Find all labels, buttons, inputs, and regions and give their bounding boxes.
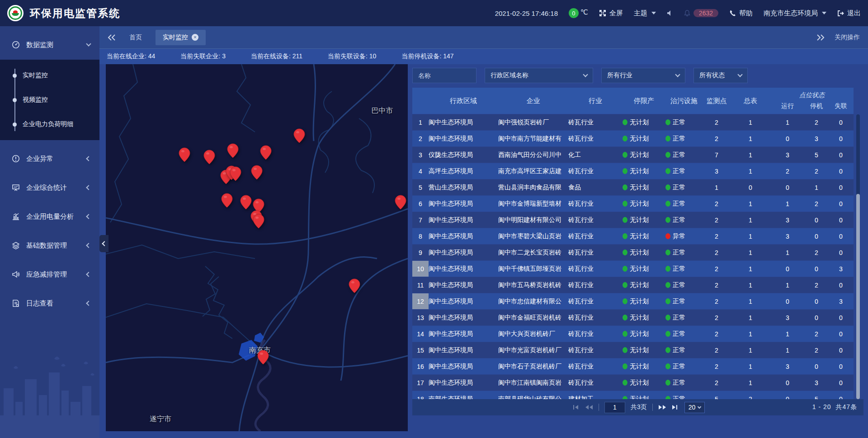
row-run-count: 0: [770, 379, 805, 386]
prev-page-icon[interactable]: [585, 405, 593, 410]
row-stop-count: 0: [805, 265, 828, 273]
row-monitor-count: 3: [703, 168, 731, 175]
row-industry: 砖瓦行业: [568, 167, 623, 175]
table-row[interactable]: 17 阆中生态环境局 阆中市江南镇阆南页岩 砖瓦行业 无计划 正常 2 1 0 …: [412, 375, 854, 391]
mute-speaker-icon[interactable]: [667, 10, 673, 16]
page-size-select[interactable]: 20: [684, 402, 705, 413]
table-row[interactable]: 13 阆中生态环境局 阆中市金福旺页岩机砖 砖瓦行业 无计划 正常 2 1 3 …: [412, 310, 854, 325]
map-marker-pin[interactable]: [203, 150, 215, 165]
name-filter-input[interactable]: [412, 68, 476, 83]
table-row[interactable]: 3 仪陇生态环境局 西南油气田分公司川中 化工 无计划 正常 7 1 3 5 0: [412, 147, 854, 163]
row-region: 阆中生态环境局: [429, 216, 498, 224]
sidebar-item-7[interactable]: 日志查看: [0, 293, 99, 314]
row-meter-count: 1: [731, 119, 770, 126]
table-row[interactable]: 5 营山生态环境局 营山县润丰肉食品有限 食品 无计划 正常 1 0 0 1 0: [412, 179, 854, 195]
sidebar-item-3[interactable]: 企业综合统计: [0, 177, 99, 198]
table-row[interactable]: 2 阆中生态环境局 阆中市南方节能建材有 砖瓦行业 无计划 正常 2 1 0 3…: [412, 131, 854, 146]
sidebar-item-2[interactable]: 企业异常: [0, 148, 99, 169]
row-limit-status: 无计划: [623, 363, 665, 371]
tab-home-label: 首页: [129, 33, 142, 42]
map-marker-pin[interactable]: [260, 145, 272, 160]
row-limit-status: 无计划: [623, 330, 665, 338]
status-filter-select[interactable]: 所有状态: [693, 68, 748, 83]
sidebar-item-4[interactable]: 企业用电量分析: [0, 206, 99, 227]
table-row[interactable]: 18 南部生态环境局 南部县砚华山砖有限公 建材加工 无计划 正常 5 2 0 …: [412, 391, 854, 399]
map-marker-pin[interactable]: [395, 195, 406, 210]
theme-dropdown[interactable]: 主题: [634, 9, 656, 18]
help-button[interactable]: 帮助: [729, 9, 753, 18]
row-monitor-count: 1: [703, 184, 731, 191]
row-number: 1: [412, 114, 429, 130]
tab-home[interactable]: 首页: [122, 30, 149, 45]
table-row[interactable]: 12 阆中生态环境局 阆中市忠信建材有限公 砖瓦行业 无计划 正常 2 1 0 …: [412, 293, 854, 309]
filter-bar: 行政区域名称 所有行业 所有状态: [412, 68, 748, 83]
map-marker-pin[interactable]: [349, 278, 360, 293]
table-row[interactable]: 8 阆中生态环境局 阆中市枣碧大梁山页岩 砖瓦行业 无计划 异常 2 1 3 0…: [412, 228, 854, 244]
close-tab-icon[interactable]: ×: [192, 34, 198, 41]
table-row[interactable]: 15 阆中生态环境局 阆中市光富页岩机砖厂 砖瓦行业 无计划 正常 2 1 1 …: [412, 342, 854, 358]
status-dot-icon: [665, 152, 670, 158]
map-marker-pin[interactable]: [221, 193, 233, 208]
status-dot-icon: [623, 266, 627, 272]
map-marker-pin[interactable]: [240, 195, 252, 210]
row-stop-count: 0: [805, 233, 828, 240]
sidebar-subitem-3[interactable]: 企业电力负荷明细: [0, 112, 99, 137]
row-run-count: 3: [770, 314, 805, 321]
row-industry: 砖瓦行业: [568, 363, 623, 371]
status-dot-icon: [665, 331, 670, 337]
first-page-icon[interactable]: [572, 405, 580, 410]
map-marker-pin[interactable]: [251, 165, 263, 180]
status-dot-icon: [665, 201, 670, 207]
map-marker-pin[interactable]: [253, 214, 264, 229]
logout-button[interactable]: 退出: [837, 9, 861, 18]
map-marker-pin[interactable]: [257, 350, 269, 365]
sidebar-item-label: 日志查看: [26, 299, 80, 308]
table-scrollbar[interactable]: [856, 114, 860, 399]
org-dropdown[interactable]: 南充市生态环境局: [764, 9, 826, 18]
tab-realtime-monitor[interactable]: 实时监控 ×: [156, 30, 206, 45]
row-lost-count: 0: [828, 330, 854, 338]
close-operations-button[interactable]: 关闭操作: [835, 33, 860, 42]
row-limit-status: 无计划: [623, 232, 665, 240]
collapse-map-handle[interactable]: [99, 235, 108, 252]
table-row[interactable]: 6 阆中生态环境局 阆中市金博瑞新型墙材 砖瓦行业 无计划 正常 2 1 1 2…: [412, 196, 854, 212]
row-stop-count: 2: [805, 168, 828, 175]
sidebar-item-1[interactable]: 数据监测: [0, 34, 99, 55]
map-marker-pin[interactable]: [179, 147, 190, 162]
app-title: 环保用电监管系统: [30, 6, 120, 20]
row-region: 阆中生态环境局: [429, 200, 498, 208]
industry-filter-select[interactable]: 所有行业: [601, 68, 685, 83]
next-page-icon[interactable]: [658, 405, 666, 410]
table-row[interactable]: 1 阆中生态环境局 阆中强锐页岩砖厂 砖瓦行业 无计划 正常 2 1 1 2 0: [412, 114, 854, 130]
map-marker-pin[interactable]: [227, 143, 239, 158]
row-facility-status: 正常: [665, 167, 703, 175]
sidebar-item-5[interactable]: 基础数据管理: [0, 235, 99, 256]
status-dot-icon: [665, 380, 670, 386]
map-marker-pin[interactable]: [230, 166, 241, 181]
table-row[interactable]: 9 阆中生态环境局 阆中市二龙长宝页岩砖 砖瓦行业 无计划 正常 2 1 1 2…: [412, 245, 854, 260]
row-run-count: 2: [770, 168, 805, 175]
fullscreen-button[interactable]: 全屏: [599, 9, 623, 18]
tabs-scroll-left-icon[interactable]: [108, 34, 116, 41]
sidebar-subitem-2[interactable]: 视频监控: [0, 88, 99, 112]
tabs-scroll-right-icon[interactable]: [816, 34, 825, 41]
map-panel[interactable]: 巴中市南充市遂宁市: [106, 64, 408, 431]
notifications[interactable]: 2632: [684, 9, 718, 17]
table-row[interactable]: 10 阆中生态环境局 阆中千佛镇五郎垭页岩 砖瓦行业 无计划 正常 2 1 0 …: [412, 261, 854, 277]
sidebar-item-6[interactable]: 应急减排管理: [0, 264, 99, 285]
status-dot-icon: [665, 298, 670, 304]
scrollbar-thumb[interactable]: [856, 194, 860, 399]
map-marker-pin[interactable]: [293, 128, 305, 143]
region-filter-select[interactable]: 行政区域名称: [485, 68, 593, 83]
last-page-icon[interactable]: [672, 405, 679, 410]
table-row[interactable]: 11 阆中生态环境局 阆中市五马桥页岩机砖 砖瓦行业 无计划 正常 2 1 1 …: [412, 277, 854, 293]
table-row[interactable]: 7 阆中生态环境局 阆中明阳建材有限公司 砖瓦行业 无计划 正常 2 1 3 0…: [412, 212, 854, 228]
page-number-input[interactable]: [604, 402, 625, 413]
table-row[interactable]: 4 高坪生态环境局 南充市高坪区王家店建 砖瓦行业 无计划 正常 3 1 2 2…: [412, 163, 854, 179]
status-dot-icon: [623, 119, 627, 125]
sidebar-subitem-1[interactable]: 实时监控: [0, 63, 99, 88]
chevron-down-icon: [651, 12, 656, 14]
table-row[interactable]: 14 阆中生态环境局 阆中大兴页岩机砖厂 砖瓦行业 无计划 正常 2 1 1 2…: [412, 326, 854, 342]
table-row[interactable]: 16 阆中生态环境局 阆中市石子页岩机砖厂 砖瓦行业 无计划 正常 2 1 3 …: [412, 358, 854, 374]
row-run-count: 3: [770, 217, 805, 224]
